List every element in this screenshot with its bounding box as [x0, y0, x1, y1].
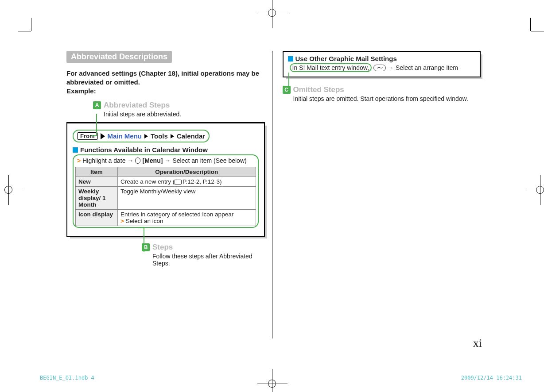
triangle-icon — [171, 134, 174, 138]
callout-c-label: C Omitted Steps — [283, 85, 481, 94]
callout-a-label: A Abbreviated Steps — [93, 101, 265, 110]
footer-timestamp: 2009/12/14 16:24:31 — [461, 375, 522, 381]
omitted-steps-frame: In S! Mail text entry window, — [290, 63, 372, 72]
table-header-op: Operation/Description — [118, 167, 256, 177]
arrow-icon: → — [388, 64, 394, 71]
from-path-main: Main Menu — [108, 132, 142, 140]
callout-c-desc: Initial steps are omitted. Start operati… — [293, 95, 481, 102]
footer-file: BEGIN_E_OI.indb 4 — [40, 375, 94, 381]
callout-a-tag: A — [93, 101, 101, 109]
callout-a-title: Abbreviated Steps — [104, 101, 170, 110]
table-header-item: Item — [76, 167, 118, 177]
table-row: Weekly display/ 1 Month Toggle Monthly/W… — [76, 187, 256, 210]
softkey-icon — [135, 158, 140, 164]
square-bullet-icon — [288, 56, 293, 61]
right-example-block: Use Other Graphic Mail Settings In S! Ma… — [283, 51, 481, 77]
connector-b — [135, 223, 148, 254]
reg-mark-left — [4, 186, 12, 194]
triangle-icon — [101, 133, 105, 139]
right-step-context: In S! Mail text entry window, — [292, 64, 369, 71]
callout-a-desc: Initial steps are abbreviated. — [104, 111, 265, 118]
example-label: Example: — [66, 87, 265, 95]
steps-frame: > Highlight a date → [Menu] → Select an … — [73, 154, 259, 228]
call-key-icon — [373, 65, 386, 71]
subsection-title: Functions Available in Calendar Window — [73, 146, 259, 154]
arrow-icon: → — [127, 157, 133, 164]
step-highlight: Highlight a date — [82, 157, 125, 164]
table-row: Icon display Entries in category of sele… — [76, 210, 256, 226]
connector-c — [284, 70, 297, 92]
page-ref-icon — [175, 180, 182, 184]
callout-b-title: Steps — [152, 243, 173, 252]
from-path-calendar: Calendar — [177, 132, 205, 140]
connector-a — [86, 114, 100, 140]
callout-c-title: Omitted Steps — [293, 85, 344, 94]
table-row: New Create a new entry (P.12-2, P.12-3) — [76, 177, 256, 187]
operations-table: Item Operation/Description New Create a … — [75, 167, 256, 226]
step-select: Select an item (See below) — [172, 157, 246, 164]
triangle-icon — [144, 134, 148, 138]
callout-b-desc: Follow these steps after Abbreviated Ste… — [152, 253, 265, 267]
intro-text: For advanced settings (Chapter 18), init… — [66, 69, 265, 86]
menu-key: [Menu] — [142, 157, 163, 164]
reg-mark-bottom — [268, 380, 276, 388]
from-path-tools: Tools — [151, 132, 168, 140]
chevron-icon: > — [77, 157, 81, 164]
reg-mark-top — [268, 9, 276, 17]
right-subsection-title: Use Other Graphic Mail Settings — [288, 55, 476, 62]
square-bullet-icon — [73, 147, 78, 153]
page-number: xi — [473, 337, 482, 350]
arrow-icon: → — [164, 157, 171, 164]
reg-mark-right — [536, 186, 544, 194]
chevron-icon: > — [120, 218, 124, 224]
callout-b-label: B Steps — [142, 243, 265, 252]
section-title: Abbreviated Descriptions — [66, 51, 172, 63]
right-step-select: Select an arrange item — [396, 64, 458, 71]
